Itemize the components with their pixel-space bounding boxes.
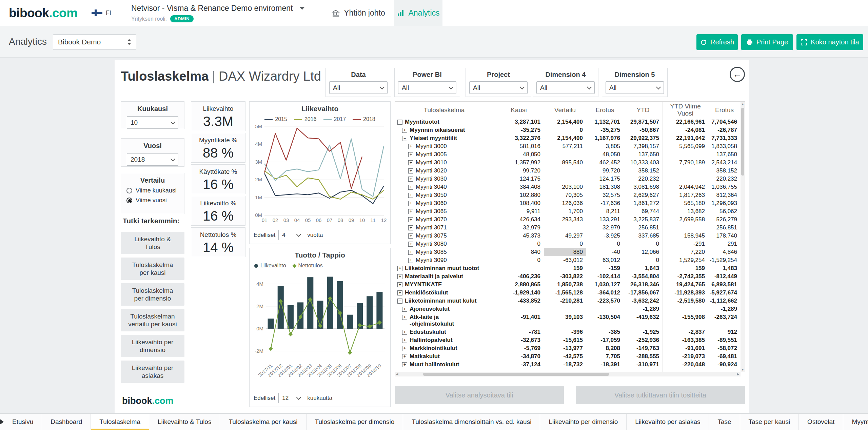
- page-tab-myyntisaamiset[interactable]: Myyntisaamiset: [843, 414, 868, 430]
- table-row[interactable]: +Myynti 307545,37349,297-3,925337,685158…: [395, 232, 741, 240]
- language-label[interactable]: FI: [106, 9, 111, 17]
- page-tab-tuloslaskelma[interactable]: Tuloslaskelma: [91, 414, 149, 430]
- expand-toggle-icon[interactable]: +: [408, 193, 413, 198]
- radio-viime-kuukausi[interactable]: Viime kuukausi: [121, 184, 184, 194]
- table-row[interactable]: +Atk-laite ja -ohjelmistokulut-91,40139,…: [395, 313, 741, 328]
- company-selector[interactable]: Netvisor - Visma & Renance Demo envirome…: [131, 4, 305, 22]
- table-row[interactable]: +Ajoneuvokulut-1,289-1,289: [395, 305, 741, 313]
- expand-toggle-icon[interactable]: +: [408, 217, 413, 222]
- table-row[interactable]: −Myyntituotot3,287,1012,154,4001,132,701…: [395, 118, 741, 126]
- select-account-button[interactable]: Valitse analysoitava tili: [395, 386, 564, 404]
- months-back-select[interactable]: 12: [278, 393, 304, 403]
- table-row[interactable]: +Myynti 307132,97932,979256,851256,851: [395, 224, 741, 232]
- back-button[interactable]: ←: [730, 67, 745, 82]
- expand-toggle-icon[interactable]: −: [397, 120, 402, 125]
- table-row[interactable]: +Edustuskulut-781-396-385-1,925-2,837912: [395, 328, 741, 336]
- expand-toggle-icon[interactable]: +: [408, 201, 413, 206]
- expand-toggle-icon[interactable]: +: [402, 315, 407, 320]
- kpi-liikevaihto[interactable]: Liikevaihto3.3M: [191, 101, 245, 131]
- column-header-kausi[interactable]: Kausi: [494, 106, 544, 114]
- expand-toggle-icon[interactable]: +: [402, 128, 407, 133]
- bar-chart-plot[interactable]: -2M0M2M4M2017/112017/122018/012018/02201…: [250, 269, 390, 389]
- table-row[interactable]: +Myynti 30800000-291291: [395, 240, 741, 248]
- fullscreen-button[interactable]: Koko näytön tila: [796, 34, 863, 50]
- print-page-button[interactable]: Print Page: [741, 34, 793, 50]
- table-row[interactable]: −Liiketoiminnan muut kulut-433,852-210,2…: [395, 297, 741, 305]
- refresh-button[interactable]: Refresh: [696, 34, 738, 50]
- column-header-ytd-viime-vuosi[interactable]: YTD Viime Vuosi: [663, 103, 708, 117]
- table-row[interactable]: +Hallintopalvelut-32,673-15,615-17,059-2…: [395, 336, 741, 344]
- expand-toggle-icon[interactable]: +: [408, 209, 413, 214]
- expand-toggle-icon[interactable]: +: [397, 282, 402, 287]
- expand-toggle-icon[interactable]: +: [408, 168, 413, 173]
- slicer-project-select[interactable]: All: [469, 81, 528, 94]
- bibook-logo[interactable]: bibook.com: [9, 6, 78, 20]
- page-tab-liikevaihto-per-asiakas[interactable]: Liikevaihto per asiakas: [627, 414, 709, 430]
- column-header-vertailu[interactable]: Vertailu: [544, 106, 586, 114]
- scroll-thumb[interactable]: [423, 373, 609, 376]
- kpi-k-ytt-kate[interactable]: Käyttökate %16 %: [191, 164, 245, 194]
- tab-analytics[interactable]: Analytics: [394, 0, 442, 26]
- page-tab-etusivu[interactable]: Etusivu: [4, 414, 42, 430]
- kpi-liikevoitto[interactable]: Liikevoitto %16 %: [191, 196, 245, 226]
- expand-toggle-icon[interactable]: +: [408, 144, 413, 149]
- workspace-select[interactable]: Bibook Demo: [53, 34, 136, 50]
- expand-toggle-icon[interactable]: +: [402, 354, 407, 359]
- table-row[interactable]: +Myynti 3060108,400126,036-17,6361,861,2…: [395, 199, 741, 207]
- page-tab-tuloslaskelma-per-dimensio[interactable]: Tuloslaskelma per dimensio: [307, 414, 403, 430]
- expand-toggle-icon[interactable]: +: [402, 338, 407, 343]
- table-row[interactable]: −Yleiset myyntitilit3,322,3762,154,4001,…: [395, 134, 741, 142]
- horizontal-scrollbar[interactable]: ◀ ▶: [395, 372, 741, 376]
- tab-yhtion-johto[interactable]: Yhtiön johto: [328, 0, 389, 26]
- table-row[interactable]: +Myynnin oikaisuerät-35,2750-35,275-50,8…: [395, 126, 741, 134]
- slicer-dimension-5-select[interactable]: All: [606, 81, 664, 94]
- select-vouchers-button[interactable]: Valitse tutkittavan tilin tositteita: [576, 386, 745, 404]
- scroll-up-arrow[interactable]: ▲: [741, 102, 745, 106]
- expand-toggle-icon[interactable]: +: [402, 362, 407, 367]
- column-header-erotus[interactable]: Erotus: [586, 106, 624, 114]
- table-row[interactable]: +Myynti 3040384,408203,100181,3083,081,6…: [395, 183, 741, 191]
- nav-button-tuloslaskelma-per-dimensio[interactable]: Tuloslaskelma per dimensio: [121, 283, 184, 306]
- page-tab-tase[interactable]: Tase: [709, 414, 740, 430]
- column-header-erotus[interactable]: Erotus: [708, 106, 741, 114]
- table-row[interactable]: +Myynti 302099,72099,720358,152358,152: [395, 167, 741, 175]
- table-row[interactable]: +Myynti 30659,9111,7008,21169,74413,6825…: [395, 207, 741, 216]
- nav-button-liikevaihto-per-asiakas[interactable]: Liikevaihto per asiakas: [121, 361, 184, 383]
- page-tab-dashboard[interactable]: Dashboard: [42, 414, 91, 430]
- slicer-data-select[interactable]: All: [329, 81, 388, 94]
- scroll-right-arrow[interactable]: ▶: [736, 372, 741, 376]
- year-select[interactable]: 2018: [127, 153, 178, 166]
- scroll-thumb[interactable]: [741, 108, 744, 176]
- month-select[interactable]: 10: [127, 116, 178, 129]
- table-row[interactable]: +Myynti 3070426,634293,343133,2913,225,8…: [395, 216, 741, 224]
- kpi-nettotulos[interactable]: Nettotulos %14 %: [191, 227, 245, 257]
- page-tab-liikevaihto-tulos[interactable]: Liikevaihto & Tulos: [149, 414, 220, 430]
- table-row[interactable]: +Materiaalit ja palvelut-406,236-303,822…: [395, 272, 741, 281]
- kpi-myyntikate[interactable]: Myyntikate %88 %: [191, 133, 245, 163]
- expand-toggle-icon[interactable]: −: [402, 136, 407, 141]
- table-row[interactable]: +Matkakulut-34,870-42,5757,705-288,555-2…: [395, 352, 741, 361]
- expand-toggle-icon[interactable]: +: [408, 152, 413, 157]
- expand-toggle-icon[interactable]: +: [408, 177, 413, 182]
- vertical-scrollbar[interactable]: ▲ ▼: [741, 102, 745, 372]
- table-row[interactable]: +Myynti 30101,357,992895,540462,45210,33…: [395, 159, 741, 167]
- table-row[interactable]: +Markkinointikulut-5,769-13,9778,208-149…: [395, 344, 741, 352]
- table-row[interactable]: +Myynti 3085840880-4012,0667,2204,846: [395, 248, 741, 256]
- slicer-dimension-4-select[interactable]: All: [536, 81, 595, 94]
- page-tab-tase-per-kausi[interactable]: Tase per kausi: [740, 414, 799, 430]
- table-row[interactable]: +Muut hallintokulut-37,124-18,732-18,391…: [395, 361, 741, 369]
- scroll-left-arrow[interactable]: ◀: [395, 372, 399, 376]
- nav-button-liikevaihto-per-dimensio[interactable]: Liikevaihto per dimensio: [121, 335, 184, 357]
- page-tab-liikevaihto-per-dimensio[interactable]: Liikevaihto per dimensio: [540, 414, 627, 430]
- page-tab-ostovelat[interactable]: Ostovelat: [799, 414, 843, 430]
- page-tab-tuloslaskelma-per-kausi[interactable]: Tuloslaskelma per kausi: [220, 414, 306, 430]
- nav-button-tuloslaskelman-vertailu-per-kausi[interactable]: Tuloslaskelman vertailu per kausi: [121, 309, 184, 331]
- expand-toggle-icon[interactable]: +: [397, 266, 402, 271]
- expand-toggle-icon[interactable]: +: [408, 250, 413, 255]
- table-row[interactable]: +Henkilöstökulut-1,929,140-1,565,128-364…: [395, 289, 741, 297]
- page-nav-arrow[interactable]: [0, 414, 4, 430]
- line-chart-plot[interactable]: 0M1M2M3M4M5M010203040506070809101112: [250, 123, 390, 225]
- expand-toggle-icon[interactable]: +: [397, 290, 402, 295]
- expand-toggle-icon[interactable]: +: [402, 330, 407, 335]
- radio-viime-vuosi[interactable]: Viime vuosi: [121, 194, 184, 204]
